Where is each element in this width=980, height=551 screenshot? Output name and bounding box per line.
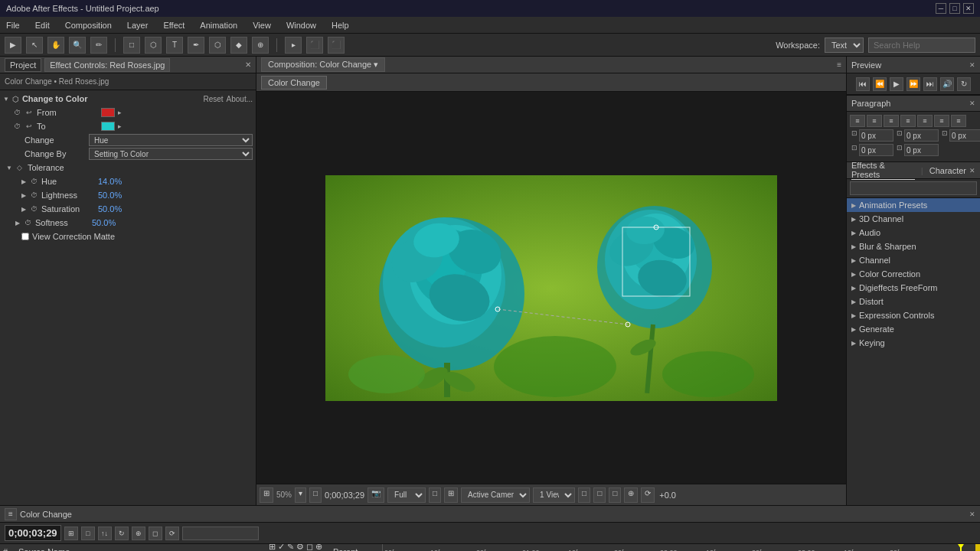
tl-ctrl-3[interactable]: ↑↓ bbox=[98, 527, 112, 540]
softness-stopwatch[interactable]: ⏱ bbox=[23, 218, 32, 227]
tool-1[interactable]: ↖ bbox=[26, 37, 43, 54]
prev-step-fwd[interactable]: ⏩ bbox=[906, 77, 920, 91]
tl-close-btn[interactable]: ✕ bbox=[969, 510, 975, 518]
effects-item-distort[interactable]: ▶ Distort bbox=[847, 295, 980, 308]
menu-edit[interactable]: Edit bbox=[32, 19, 53, 31]
tool-13[interactable]: ⬛ bbox=[306, 37, 323, 54]
quality-select[interactable]: Full bbox=[387, 487, 426, 503]
menu-help[interactable]: Help bbox=[328, 19, 352, 31]
menu-composition[interactable]: Composition bbox=[62, 19, 115, 31]
tl-ctrl-7[interactable]: ⟳ bbox=[165, 527, 179, 540]
space-after-field[interactable] bbox=[904, 144, 939, 156]
preview-menu-btn[interactable]: ✕ bbox=[969, 61, 975, 69]
view-btn-5[interactable]: ⟳ bbox=[641, 487, 655, 503]
indent-left-field[interactable] bbox=[859, 129, 893, 142]
effects-item-expression[interactable]: ▶ Expression Controls bbox=[847, 308, 980, 322]
from-color-swatch[interactable] bbox=[101, 108, 115, 117]
minimize-btn[interactable]: ─ bbox=[936, 3, 946, 14]
align-7-btn[interactable]: ≡ bbox=[951, 115, 966, 127]
tl-ctrl-6[interactable]: ◻ bbox=[149, 527, 162, 540]
prev-audio[interactable]: 🔊 bbox=[940, 77, 954, 91]
tolerance-header[interactable]: ▼ ◇ Tolerance bbox=[0, 161, 256, 174]
character-tab[interactable]: Character bbox=[929, 166, 966, 175]
effect-controls-tab[interactable]: Effect Controls: Red Roses.jpg bbox=[44, 58, 170, 72]
indent-right-field[interactable] bbox=[904, 129, 939, 142]
tl-ctrl-5[interactable]: ⊕ bbox=[132, 527, 145, 540]
effects-item-channel[interactable]: ▶ Channel bbox=[847, 253, 980, 267]
search-help-input[interactable] bbox=[868, 37, 975, 53]
tool-14[interactable]: ⬛ bbox=[328, 37, 345, 54]
close-btn[interactable]: ✕ bbox=[963, 3, 974, 14]
effects-item-keying[interactable]: ▶ Keying bbox=[847, 336, 980, 350]
menu-effect[interactable]: Effect bbox=[160, 19, 188, 31]
prev-loop[interactable]: ↻ bbox=[957, 77, 971, 91]
prev-step-back[interactable]: ⏪ bbox=[873, 77, 887, 91]
align-left-btn[interactable]: ≡ bbox=[850, 115, 865, 127]
effects-search-input[interactable] bbox=[850, 181, 977, 195]
view-correction-check[interactable] bbox=[21, 233, 29, 240]
comp-panel-btn[interactable]: ≡ bbox=[837, 60, 841, 69]
effects-item-animation-presets[interactable]: ▶ Animation Presets bbox=[847, 198, 980, 212]
lightness-value[interactable]: 50.0% bbox=[98, 191, 122, 200]
menu-view[interactable]: View bbox=[250, 19, 274, 31]
indent-top-field[interactable] bbox=[949, 129, 980, 142]
tool-10[interactable]: ◆ bbox=[230, 37, 247, 54]
effects-item-blur[interactable]: ▶ Blur & Sharpen bbox=[847, 240, 980, 253]
tool-11[interactable]: ⊕ bbox=[252, 37, 269, 54]
view-select[interactable]: 1 View bbox=[533, 487, 575, 503]
tl-ctrl-4[interactable]: ↻ bbox=[115, 527, 129, 540]
effects-item-color-correction[interactable]: ▶ Color Correction bbox=[847, 267, 980, 281]
from-arrow[interactable]: ▸ bbox=[118, 109, 122, 116]
hue-stopwatch[interactable]: ⏱ bbox=[29, 177, 38, 186]
maximize-btn[interactable]: □ bbox=[949, 3, 960, 14]
tool-7[interactable]: T bbox=[166, 37, 183, 54]
align-right-btn[interactable]: ≡ bbox=[884, 115, 899, 127]
view-btn-2[interactable]: □ bbox=[593, 487, 606, 503]
tl-ctrl-2[interactable]: □ bbox=[81, 527, 95, 540]
alpha-btn[interactable]: □ bbox=[429, 487, 441, 503]
hue-value[interactable]: 14.0% bbox=[98, 177, 122, 186]
effects-presets-tab[interactable]: Effects & Presets bbox=[851, 161, 915, 180]
grid-btn[interactable]: ⊞ bbox=[260, 487, 273, 503]
align-justify-btn[interactable]: ≡ bbox=[900, 115, 916, 127]
time-display[interactable]: 0;00;03;29 bbox=[5, 525, 61, 541]
align-5-btn[interactable]: ≡ bbox=[917, 115, 933, 127]
tool-6[interactable]: ⬡ bbox=[145, 37, 162, 54]
to-stopwatch-icon[interactable]: ⏱ bbox=[12, 122, 21, 131]
change-dropdown[interactable]: Hue bbox=[89, 134, 253, 146]
tool-3[interactable]: 🔍 bbox=[69, 37, 86, 54]
panel-close[interactable]: ✕ bbox=[245, 60, 251, 69]
align-center-btn[interactable]: ≡ bbox=[867, 115, 882, 127]
menu-animation[interactable]: Animation bbox=[197, 19, 240, 31]
softness-value[interactable]: 50.0% bbox=[92, 218, 116, 227]
effects-item-3d-channel[interactable]: ▶ 3D Channel bbox=[847, 212, 980, 226]
effects-item-generate[interactable]: ▶ Generate bbox=[847, 322, 980, 336]
snap-btn[interactable]: □ bbox=[309, 487, 322, 503]
change-by-dropdown[interactable]: Setting To Color bbox=[89, 148, 253, 160]
comp-view[interactable] bbox=[256, 92, 846, 484]
zoom-dropdown[interactable]: ▾ bbox=[295, 487, 306, 503]
view-btn-4[interactable]: ⊕ bbox=[624, 487, 638, 503]
grid-overlay-btn[interactable]: ⊞ bbox=[444, 487, 458, 503]
play-btn[interactable]: ▶ bbox=[5, 37, 21, 54]
camera-btn[interactable]: 📷 bbox=[368, 487, 384, 503]
prev-to-end[interactable]: ⏭ bbox=[923, 77, 937, 91]
effects-item-digi[interactable]: ▶ Digieffects FreeForm bbox=[847, 281, 980, 295]
project-tab[interactable]: Project bbox=[5, 58, 41, 72]
to-arrow[interactable]: ▸ bbox=[118, 122, 122, 130]
space-before-field[interactable] bbox=[859, 144, 893, 156]
menu-window[interactable]: Window bbox=[283, 19, 319, 31]
lightness-stopwatch[interactable]: ⏱ bbox=[29, 191, 38, 200]
tool-5[interactable]: □ bbox=[123, 37, 140, 54]
menu-file[interactable]: File bbox=[3, 19, 23, 31]
effects-item-audio[interactable]: ▶ Audio bbox=[847, 226, 980, 240]
tool-2[interactable]: ✋ bbox=[47, 37, 64, 54]
tl-ctrl-1[interactable]: ⊞ bbox=[64, 527, 78, 540]
tool-4[interactable]: ✏ bbox=[90, 37, 107, 54]
menu-layer[interactable]: Layer bbox=[124, 19, 152, 31]
paragraph-menu-btn[interactable]: ✕ bbox=[969, 99, 975, 107]
saturation-stopwatch[interactable]: ⏱ bbox=[29, 204, 38, 214]
tl-search-input[interactable] bbox=[182, 527, 259, 540]
tool-8[interactable]: ✒ bbox=[188, 37, 204, 54]
align-6-btn[interactable]: ≡ bbox=[934, 115, 949, 127]
